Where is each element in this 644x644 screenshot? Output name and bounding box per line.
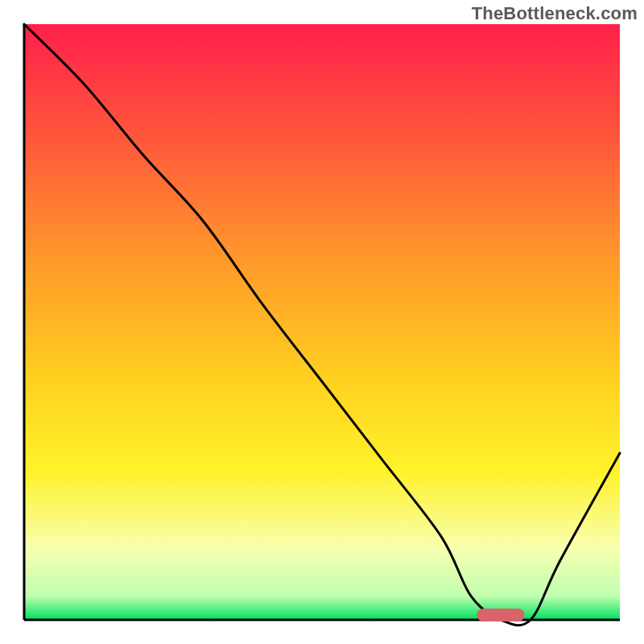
optimal-marker <box>477 609 524 621</box>
plot-area <box>24 24 620 625</box>
watermark-text: TheBottleneck.com <box>472 3 638 24</box>
chart-svg <box>0 0 644 644</box>
chart-container: TheBottleneck.com <box>0 0 644 644</box>
gradient-background <box>24 24 620 620</box>
